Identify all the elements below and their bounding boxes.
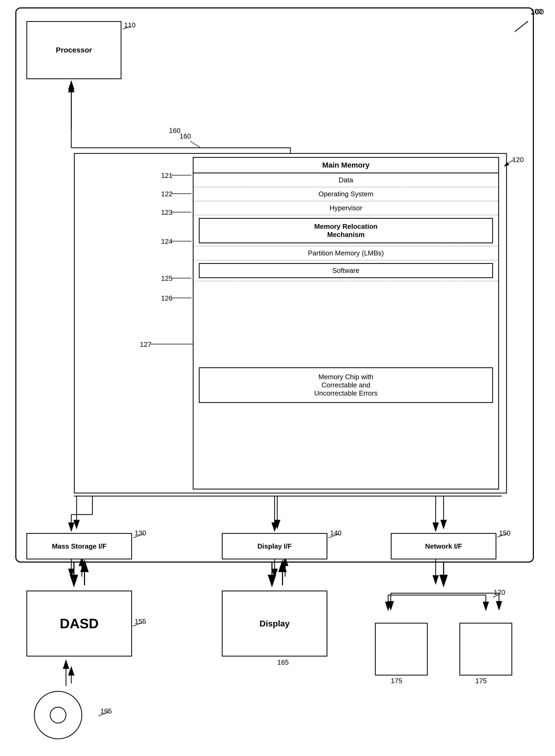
network-if-box: Network I/F xyxy=(391,533,497,559)
ref-175-right: 175 xyxy=(475,677,486,685)
section-memory-chip: Memory Chip withCorrectable andUncorrect… xyxy=(199,367,493,403)
svg-point-61 xyxy=(34,691,82,739)
ref-165: 165 xyxy=(277,658,289,667)
svg-line-45 xyxy=(497,533,508,537)
ref-175-left: 175 xyxy=(391,677,402,685)
ref-121: 121 xyxy=(161,172,172,180)
section-os: Operating System xyxy=(194,187,498,201)
network-if-label: Network I/F xyxy=(425,542,462,551)
svg-line-44 xyxy=(329,534,339,538)
processor-label: Processor xyxy=(56,46,92,54)
main-memory-title: Main Memory xyxy=(194,158,498,173)
memory-sections-container: Main Memory Data Operating System Hyperv… xyxy=(193,157,499,489)
section-hypervisor: Hypervisor xyxy=(194,201,498,215)
section-software: Software xyxy=(199,263,493,278)
svg-line-43 xyxy=(133,534,144,538)
ref-122: 122 xyxy=(161,190,172,198)
svg-line-12 xyxy=(190,141,201,148)
svg-line-6 xyxy=(515,21,528,32)
section-data: Data xyxy=(194,173,498,187)
ref-127: 127 xyxy=(140,340,151,348)
ref-160: 160 xyxy=(169,127,180,135)
section-memory-relocation: Memory RelocationMechanism xyxy=(199,218,493,243)
dasd-box: DASD xyxy=(27,590,132,657)
display-if-label: Display I/F xyxy=(257,542,292,551)
display-label: Display xyxy=(260,619,290,628)
ref-124: 124 xyxy=(161,237,172,246)
svg-text:160: 160 xyxy=(179,132,191,140)
ref-100: 100 xyxy=(531,7,542,15)
dasd-label: DASD xyxy=(60,616,98,631)
processor-box: Processor xyxy=(27,21,122,79)
ref-123: 123 xyxy=(161,208,172,217)
display-box: Display xyxy=(222,590,328,657)
ref-126: 126 xyxy=(161,294,172,302)
mass-storage-box: Mass Storage I/F xyxy=(27,533,132,559)
svg-line-29 xyxy=(504,160,514,166)
network-node-right xyxy=(459,623,512,675)
mass-storage-label: Mass Storage I/F xyxy=(52,542,107,551)
svg-point-62 xyxy=(50,707,66,723)
svg-line-53 xyxy=(133,622,143,626)
display-if-box: Display I/F xyxy=(222,533,328,559)
svg-line-58 xyxy=(493,594,501,598)
svg-line-63 xyxy=(98,712,109,716)
ref-125: 125 xyxy=(161,274,172,283)
svg-line-28 xyxy=(123,27,131,29)
network-node-left xyxy=(375,623,428,675)
section-partition-memory: Partition Memory (LMBs) xyxy=(194,246,498,261)
